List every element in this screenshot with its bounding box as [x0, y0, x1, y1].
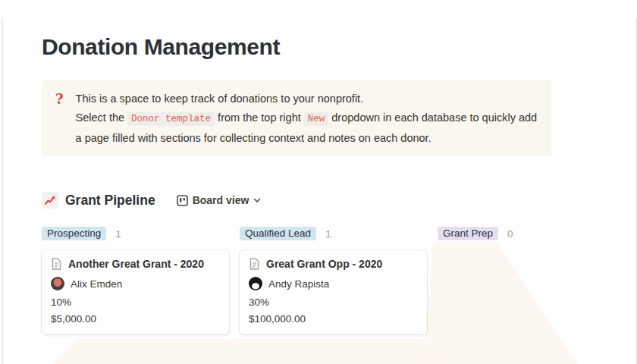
page-title: Donation Management: [42, 34, 633, 60]
column-header[interactable]: Qualified Lead 1: [240, 226, 427, 241]
column-count: 0: [507, 228, 513, 240]
callout-line-2: Select the Donor template from the top r…: [76, 108, 539, 148]
assignee-name: Andy Rapista: [268, 278, 329, 290]
callout-line-1: This is a space to keep track of donatio…: [76, 89, 539, 108]
database-header: Grant Pipeline Board view: [42, 192, 633, 209]
inline-code-donor-template: Donor template: [127, 112, 215, 126]
card-percent: 10%: [51, 297, 220, 308]
background-artifact: [53, 339, 447, 364]
callout-text-segment: Select the: [76, 111, 128, 124]
card-title: Great Grant Opp - 2020: [266, 258, 382, 270]
inline-code-new: New: [304, 112, 329, 126]
column-badge[interactable]: Qualified Lead: [240, 227, 316, 240]
page-body: Donation Management ? This is a space to…: [42, 0, 633, 334]
assignee-avatar: [51, 277, 64, 290]
board-column: Grant Prep 0: [438, 226, 625, 334]
chevron-down-icon: [253, 198, 261, 203]
assignee-avatar: [249, 277, 262, 290]
page-document-icon: [51, 258, 62, 270]
column-badge[interactable]: Grant Prep: [438, 227, 498, 240]
board-card[interactable]: Another Great Grant - 2020 Alix Emden 10…: [42, 250, 229, 334]
callout-text-segment: from the top right: [215, 111, 304, 124]
database-title: Grant Pipeline: [65, 193, 155, 209]
column-cards: Great Grant Opp - 2020 Andy Rapista 30% …: [240, 250, 427, 334]
assignee-name: Alix Emden: [71, 278, 122, 290]
callout: ? This is a space to keep track of donat…: [42, 80, 551, 156]
column-cards: Another Great Grant - 2020 Alix Emden 10…: [42, 250, 229, 334]
card-percent: 30%: [249, 297, 418, 308]
column-badge[interactable]: Prospecting: [42, 227, 106, 240]
column-count: 1: [115, 228, 121, 240]
callout-text: This is a space to keep track of donatio…: [76, 89, 539, 148]
board-column: Qualified Lead 1 Great Grant Opp - 2020 …: [240, 226, 427, 334]
page-document-icon: [249, 258, 260, 270]
screenshot-left-border: [2, 17, 3, 364]
board: Prospecting 1 Another Great Grant - 2020…: [42, 226, 633, 334]
column-count: 1: [325, 228, 331, 240]
board-view-icon: [177, 195, 188, 206]
card-amount: $5,000.00: [51, 313, 220, 325]
board-card[interactable]: Great Grant Opp - 2020 Andy Rapista 30% …: [240, 250, 427, 334]
question-mark-icon: ?: [55, 89, 64, 148]
board-column: Prospecting 1 Another Great Grant - 2020…: [42, 226, 229, 334]
line-chart-icon: [42, 192, 58, 209]
card-title: Another Great Grant - 2020: [68, 258, 204, 270]
column-header[interactable]: Prospecting 1: [42, 226, 229, 241]
board-view-tab[interactable]: Board view: [177, 194, 262, 206]
board-view-label: Board view: [193, 194, 249, 206]
card-amount: $100,000.00: [249, 313, 418, 325]
column-header[interactable]: Grant Prep 0: [438, 226, 625, 241]
